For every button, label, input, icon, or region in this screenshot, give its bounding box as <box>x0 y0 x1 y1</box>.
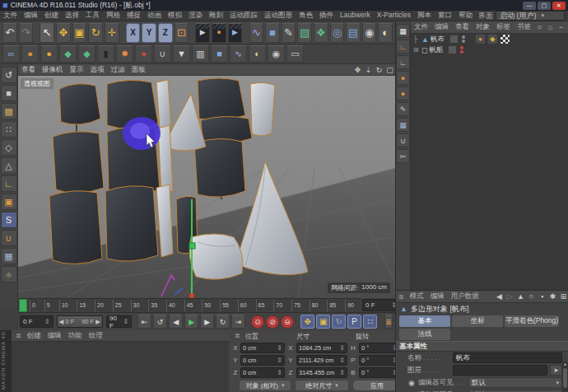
move-icon[interactable]: ✥ <box>56 23 71 43</box>
keyframe-selection-button[interactable]: ⊖ <box>281 315 294 329</box>
vp-menu-filter[interactable]: 过滤 <box>108 65 128 75</box>
enable-snap-icon[interactable]: S <box>1 212 17 228</box>
menu-help[interactable]: 帮助 <box>455 11 476 21</box>
om-menu-bookmarks[interactable]: 书签 <box>514 22 534 32</box>
rotation-p-field[interactable]: 0 °⇕ <box>359 355 400 366</box>
frame-range-slider[interactable]: ◀ 0 F 90 F ▶ <box>57 315 103 328</box>
size-z-field[interactable]: 3145.455 cm⇕ <box>296 367 347 378</box>
am-newpanel-icon[interactable]: ⊞ <box>558 292 568 301</box>
axis-mode-icon[interactable]: ∟ <box>1 175 17 192</box>
snap-magnet-icon[interactable]: ∪ <box>1 230 17 246</box>
menu-render[interactable]: 渲染 <box>185 11 206 21</box>
menu-character[interactable]: 角色 <box>296 11 316 21</box>
xp-horseshoe-icon[interactable]: ∪ <box>154 45 171 63</box>
render-settings-icon[interactable]: ● <box>212 23 226 43</box>
am-menu-userdata[interactable]: 用户数据 <box>448 292 482 301</box>
section-header[interactable]: 基本属性 <box>396 341 568 352</box>
model-mode-icon[interactable]: ■ <box>1 85 17 101</box>
camera-icon[interactable]: ◉ <box>362 23 377 43</box>
key-pla-toggle[interactable]: ∷ <box>363 315 377 329</box>
om-menu-objects[interactable]: 对象 <box>473 22 493 32</box>
mat-menu-texture[interactable]: 纹理 <box>86 331 106 341</box>
panel-grip-icon[interactable]: ≣ <box>16 332 21 339</box>
autokey-button[interactable]: ⊘ <box>266 315 279 329</box>
menu-file[interactable]: 文件 <box>0 11 21 21</box>
xp-camera-icon[interactable]: ◉ <box>268 45 285 63</box>
xp-cube-icon[interactable]: ■ <box>211 45 228 63</box>
xp-cone-icon[interactable]: ▼ <box>173 45 190 63</box>
object-mode-select[interactable]: 对象 (相对)▾ <box>239 380 291 391</box>
rotation-h-field[interactable]: 0 °⇕ <box>359 343 400 353</box>
tab-phong[interactable]: 平滑着色(Phong) <box>505 315 559 327</box>
menu-snap[interactable]: 捕捉 <box>123 11 144 21</box>
viewport-solo-icon[interactable]: ▣ <box>1 194 17 210</box>
dock-scissors-icon[interactable]: ✂ <box>396 149 410 163</box>
name-input[interactable]: 帆布 <box>453 352 562 363</box>
object-name[interactable]: 帆布 <box>431 35 445 44</box>
stepper-icon[interactable]: ⇕ <box>44 318 50 325</box>
orbit-view-icon[interactable]: ↻ <box>374 65 384 75</box>
vp-menu-display[interactable]: 显示 <box>67 65 87 75</box>
xp-generator-icon[interactable]: ◆ <box>78 45 95 63</box>
xp-tag-icon[interactable]: ▭ <box>286 45 304 63</box>
mat-menu-function[interactable]: 功能 <box>65 331 86 341</box>
menu-plugins[interactable]: 插件 <box>316 11 337 21</box>
layer-input[interactable] <box>453 365 547 376</box>
vp-menu-options[interactable]: 选项 <box>87 65 108 75</box>
am-parent-icon[interactable]: ▲ <box>515 292 526 301</box>
y-axis-lock-icon[interactable]: Y <box>142 23 156 43</box>
polygon-mode-icon[interactable]: △ <box>1 157 17 174</box>
key-parameter-toggle[interactable]: P <box>347 315 361 329</box>
texture-mode-icon[interactable]: ▩ <box>1 103 17 119</box>
stepper-icon[interactable]: ⇕ <box>339 344 345 352</box>
size-mode-select[interactable]: 绝对尺寸▾ <box>295 380 349 391</box>
previous-frame-button[interactable]: ◀ <box>169 315 183 329</box>
uvw-tag[interactable] <box>500 34 510 44</box>
xp-spline-icon[interactable]: ∿ <box>230 45 247 63</box>
maximize-button[interactable]: ▢ <box>538 2 551 10</box>
dock-sphere-icon[interactable]: ● <box>396 71 410 85</box>
position-y-field[interactable]: 0 cm⇕ <box>240 355 285 366</box>
undo-icon[interactable]: ↶ <box>2 23 17 43</box>
stepper-icon[interactable]: ⇕ <box>277 369 282 376</box>
am-lock-icon[interactable]: ▪ <box>537 292 547 301</box>
xp-columns-icon[interactable]: ▥ <box>192 45 209 63</box>
om-search-icon[interactable]: ○ <box>534 22 545 32</box>
xp-fire-icon[interactable]: ✹ <box>116 45 133 63</box>
size-x-field[interactable]: 1084.25 cm⇕ <box>296 343 347 353</box>
om-menu-view[interactable]: 查看 <box>452 22 473 32</box>
om-menu-tags[interactable]: 标签 <box>493 22 514 32</box>
menu-motion-tracker[interactable]: 运动跟踪 <box>226 11 261 21</box>
timeline-ruler[interactable]: 051015202530354045505560657075808590 <box>18 298 361 311</box>
radio-icon[interactable]: ◉ <box>407 379 416 387</box>
enable-toggle[interactable] <box>449 35 459 44</box>
stepper-icon[interactable]: ⇕ <box>339 357 345 364</box>
layer-picker-button[interactable]: ➤ <box>550 365 562 376</box>
xp-modifier-icon[interactable]: ◆ <box>59 45 77 63</box>
size-y-field[interactable]: 2111.429 cm⇕ <box>296 355 347 366</box>
vp-menu-cameras[interactable]: 摄像机 <box>39 65 67 75</box>
deformer-icon[interactable]: ◎ <box>330 23 345 43</box>
am-menu-mode[interactable]: 模式 <box>407 292 427 301</box>
position-x-field[interactable]: 0 cm⇕ <box>240 343 285 353</box>
point-mode-icon[interactable]: ∷ <box>1 121 17 138</box>
tab-normals[interactable]: 法线 <box>399 329 450 340</box>
scroll-up-icon[interactable]: ▲ <box>562 362 568 367</box>
view-label[interactable]: 透视视图 <box>20 77 54 90</box>
light-icon[interactable]: ◐ <box>378 23 393 43</box>
goto-start-button[interactable]: ⇤ <box>137 315 151 329</box>
position-z-field[interactable]: 0 cm⇕ <box>240 367 285 378</box>
menu-laubwerk[interactable]: Laubwerk <box>337 11 374 21</box>
rotate-icon[interactable]: ↻ <box>88 23 103 43</box>
x-axis-lock-icon[interactable]: X <box>126 23 141 43</box>
menu-window[interactable]: 窗口 <box>435 11 455 21</box>
pan-view-icon[interactable]: ✥ <box>352 65 363 75</box>
lock-workplane-icon[interactable]: ▦ <box>1 248 17 264</box>
scene-canvas[interactable] <box>18 76 395 298</box>
scrollbar-thumb[interactable] <box>563 368 567 388</box>
tab-basic[interactable]: 基本 <box>399 315 450 327</box>
environment-icon[interactable]: ▤ <box>346 23 361 43</box>
render-picture-viewer-icon[interactable]: ▶ <box>228 23 243 43</box>
render-view-icon[interactable]: ▶ <box>195 23 210 43</box>
next-key-button[interactable]: ↻ <box>216 315 230 329</box>
